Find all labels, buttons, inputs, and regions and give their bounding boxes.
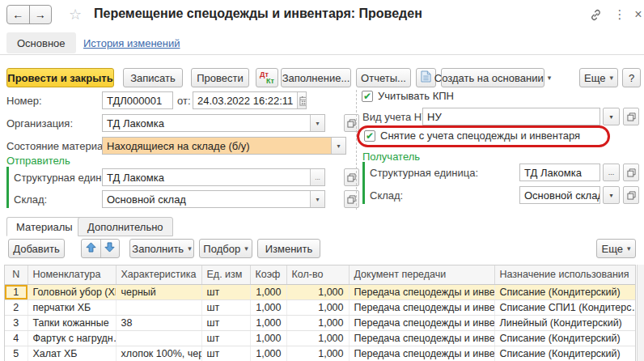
organization-open-button[interactable] — [344, 114, 359, 132]
column-header[interactable]: Документ передачи — [349, 265, 494, 284]
table-cell[interactable]: Передача спецодежды и инвентаря… — [349, 299, 494, 315]
favorite-star-icon[interactable]: ☆ — [69, 6, 82, 23]
tab-change-history[interactable]: История изменений — [83, 37, 180, 49]
help-button[interactable]: ? — [622, 68, 641, 87]
table-cell[interactable]: шт — [201, 284, 250, 299]
column-header[interactable]: N — [5, 265, 28, 284]
filling-button[interactable]: Заполнение... — [281, 68, 351, 87]
table-cell[interactable]: шт — [201, 330, 250, 346]
table-cell[interactable]: Передача спецодежды и инвентаря… — [349, 315, 494, 330]
column-header[interactable]: Коэф — [250, 265, 286, 284]
table-cell[interactable]: шт — [201, 315, 250, 330]
removal-checkbox[interactable]: ✔ Снятие с учета спецодежды и инвентаря — [364, 130, 580, 142]
table-cell[interactable]: 1,000 — [286, 299, 349, 315]
get-link-icon[interactable] — [587, 6, 604, 23]
chevron-down-icon[interactable]: ▾ — [331, 138, 345, 154]
column-header[interactable]: Номенклатура — [28, 265, 116, 284]
table-cell[interactable]: 2 — [5, 299, 28, 315]
forward-icon[interactable]: → — [29, 6, 52, 23]
column-header[interactable]: Ед. изм — [201, 265, 250, 284]
receiver-unit-choose-button[interactable]: ... — [603, 164, 620, 181]
table-cell[interactable]: Списание СПИ1 (Кондитерс… — [494, 299, 636, 315]
table-cell[interactable]: 1,000 — [286, 284, 349, 299]
table-vertical-scrollbar[interactable] — [637, 265, 644, 361]
receiver-warehouse-open-button[interactable] — [623, 186, 639, 204]
table-cell[interactable]: Тапки кожанные — [28, 315, 116, 330]
pick-menu-button[interactable]: Подбор ▾ — [199, 239, 252, 258]
chevron-down-icon[interactable]: ▾ — [310, 115, 324, 131]
table-row[interactable]: 3Тапки кожанные38шт1,0001,000Передача сп… — [5, 315, 636, 330]
table-cell[interactable]: Передача спецодежды и инвентаря… — [349, 330, 494, 346]
table-cell[interactable]: Передача спецодежды и инвентаря… — [349, 284, 494, 299]
column-header[interactable]: Характеристика — [116, 265, 201, 284]
table-cell[interactable]: 3 — [5, 315, 28, 330]
tab-materials[interactable]: Материалы — [6, 217, 83, 236]
dr-cr-register-button[interactable]: Дт Кт — [256, 68, 278, 87]
table-cell[interactable]: черный — [116, 284, 201, 299]
table-cell[interactable]: 1,000 — [250, 315, 286, 330]
table-cell[interactable]: 1,000 — [286, 330, 349, 346]
number-input[interactable]: ТДЛ000001 — [102, 91, 173, 109]
move-up-button[interactable] — [82, 240, 100, 257]
table-row[interactable]: 5Халат ХБхлопок 100%, чер…шт1,0001,000Пе… — [5, 346, 636, 361]
nu-kind-open-button[interactable] — [623, 108, 639, 125]
date-input[interactable]: 24.03.2022 16:22:11 — [193, 91, 307, 109]
move-down-button[interactable] — [100, 240, 120, 257]
table-cell[interactable]: 1,000 — [286, 315, 349, 330]
table-cell[interactable]: 1,000 — [250, 330, 286, 346]
table-cell[interactable]: хлопок 100%, чер… — [116, 346, 201, 361]
close-icon[interactable]: × — [630, 6, 644, 23]
receiver-warehouse-input[interactable]: Основной склад — [519, 186, 600, 204]
column-header[interactable]: Кол-во — [286, 265, 349, 284]
more-commands-icon[interactable]: ⋮ — [612, 6, 628, 23]
table-cell[interactable]: 1,000 — [250, 299, 286, 315]
table-cell[interactable]: Списание (Кондитерский) — [494, 330, 636, 346]
post-button[interactable]: Провести — [191, 68, 249, 87]
post-and-close-button[interactable]: Провести и закрыть — [6, 68, 114, 87]
table-cell[interactable]: 38 — [116, 315, 201, 330]
receiver-unit-input[interactable]: ТД Лакомка — [519, 164, 600, 181]
table-cell[interactable] — [116, 330, 201, 346]
table-cell[interactable]: Головной убор (ХБ) — [28, 284, 116, 299]
receiver-unit-open-button[interactable] — [623, 164, 639, 181]
column-header[interactable]: Назначение использования — [494, 265, 636, 284]
material-state-input[interactable]: Находящиеся на складе (б/у) ▾ — [102, 137, 346, 155]
table-cell[interactable]: Фартук с нагрудн… — [28, 330, 116, 346]
table-cell[interactable]: Халат ХБ — [28, 346, 116, 361]
sender-unit-input[interactable]: ТД Лакомка ... — [102, 168, 325, 186]
fill-menu-button[interactable]: Заполнить ▾ — [129, 239, 194, 258]
table-more-button[interactable]: Еще ▾ — [596, 239, 636, 258]
create-based-on-button[interactable]: Создать на основании ▾ — [441, 68, 544, 87]
more-button[interactable]: Еще ▾ — [579, 68, 618, 87]
table-cell[interactable]: шт — [201, 346, 250, 361]
sender-unit-open-button[interactable] — [344, 168, 359, 186]
print-document-button[interactable] — [416, 68, 436, 87]
table-cell[interactable]: 1,000 — [286, 346, 349, 361]
table-cell[interactable]: перчатки ХБ — [28, 299, 116, 315]
sender-warehouse-input[interactable]: Основной склад ▾ — [102, 190, 325, 208]
choose-ellipsis-icon[interactable]: ... — [310, 169, 324, 185]
table-cell[interactable]: 4 — [5, 330, 28, 346]
table-cell[interactable]: Списание (Кондитерский) — [494, 346, 636, 361]
chevron-down-icon[interactable]: ▾ — [310, 191, 324, 207]
table-cell[interactable]: Линейный (Кондитерский) — [494, 315, 636, 330]
column-splitter[interactable] — [356, 90, 357, 210]
table-row[interactable]: 1Головной убор (ХБ)черныйшт1,0001,000Пер… — [5, 284, 636, 299]
table-cell[interactable]: Списание (Кондитерский) — [494, 284, 636, 299]
table-cell[interactable]: 1,000 — [250, 284, 286, 299]
write-button[interactable]: Записать — [123, 68, 183, 87]
table-cell[interactable]: шт — [201, 299, 250, 315]
table-cell[interactable]: Передача спецодежды и инвентаря… — [349, 346, 494, 361]
add-row-button[interactable]: Добавить — [8, 239, 65, 258]
kpn-checkbox[interactable]: ✔ Учитывать КПН — [362, 90, 454, 102]
table-cell[interactable]: 1,000 — [250, 346, 286, 361]
nu-kind-dropdown-button[interactable]: ▾ — [603, 108, 620, 125]
table-cell[interactable]: 5 — [5, 346, 28, 361]
tab-additional[interactable]: Дополнительно — [78, 217, 173, 236]
nu-kind-input[interactable]: НУ — [422, 108, 600, 125]
table-row[interactable]: 2перчатки ХБшт1,0001,000Передача спецоде… — [5, 299, 636, 315]
receiver-warehouse-dropdown-button[interactable]: ▾ — [603, 186, 620, 204]
edit-row-button[interactable]: Изменить — [257, 239, 320, 258]
organization-input[interactable]: ТД Лакомка ▾ — [102, 114, 325, 132]
table-cell[interactable]: 1 — [5, 284, 28, 299]
